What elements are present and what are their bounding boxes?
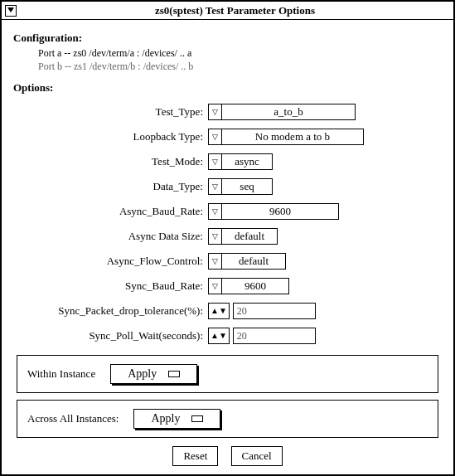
loopback-type-label: Loopback Type:	[13, 130, 208, 143]
data-type-value: seq	[222, 179, 272, 194]
sync-drop-value[interactable]: 20	[233, 303, 316, 319]
spinner-buttons[interactable]: ▲▼	[208, 303, 230, 319]
dropdown-arrow-icon: ▽	[209, 104, 222, 119]
options-heading: Options:	[13, 81, 442, 95]
test-mode-label: Test_Mode:	[13, 155, 208, 168]
sync-baud-label: Sync_Baud_Rate:	[13, 279, 208, 293]
across-apply-button[interactable]: Apply	[133, 409, 220, 429]
within-instance-panel: Within Instance Apply	[17, 355, 438, 393]
loopback-type-dropdown[interactable]: ▽ No modem a to b	[208, 129, 364, 145]
reset-button[interactable]: Reset	[172, 446, 218, 466]
config-port-b: Port b -- zs1 /dev/term/b : /devices/ ..…	[38, 60, 442, 73]
sync-poll-label: Sync_Poll_Wait(seconds):	[13, 329, 208, 342]
cancel-button[interactable]: Cancel	[231, 446, 283, 466]
configuration-lines: Port a -- zs0 /dev/term/a : /devices/ ..…	[38, 46, 442, 73]
dropdown-arrow-icon: ▽	[209, 154, 222, 169]
menu-mark-icon	[191, 415, 203, 422]
async-flow-value: default	[222, 254, 285, 269]
data-type-label: Data_Type:	[13, 180, 208, 193]
sync-poll-value[interactable]: 20	[233, 328, 316, 344]
spinner-buttons[interactable]: ▲▼	[208, 328, 230, 344]
async-flow-label: Async_Flow_Control:	[13, 255, 208, 268]
content-area: Configuration: Port a -- zs0 /dev/term/a…	[2, 20, 453, 473]
dropdown-arrow-icon: ▽	[209, 254, 222, 269]
test-type-value: a_to_b	[222, 104, 355, 119]
sync-drop-label: Sync_Packet_drop_tolerance(%):	[13, 304, 208, 318]
configuration-heading: Configuration:	[13, 32, 442, 45]
dropdown-arrow-icon: ▽	[209, 204, 222, 219]
test-mode-value: async	[222, 154, 272, 169]
window-title: zs0(sptest) Test Parameter Options	[17, 4, 453, 17]
menu-mark-icon	[168, 371, 180, 377]
sync-poll-field[interactable]: ▲▼ 20	[208, 328, 316, 344]
dropdown-arrow-icon: ▽	[209, 229, 222, 244]
test-type-label: Test_Type:	[13, 105, 208, 119]
async-data-size-value: default	[222, 229, 277, 244]
across-instances-panel: Across All Instances: Apply	[17, 400, 438, 438]
dropdown-arrow-icon: ▽	[209, 179, 222, 194]
async-baud-label: Async_Baud_Rate:	[13, 205, 208, 218]
apply-button-label: Apply	[128, 367, 157, 381]
dropdown-arrow-icon: ▽	[209, 279, 222, 294]
async-baud-value: 9600	[222, 204, 338, 219]
svg-marker-0	[7, 7, 14, 12]
sync-baud-value: 9600	[222, 279, 288, 294]
apply-button-label: Apply	[151, 412, 180, 425]
window-menu-button[interactable]	[5, 5, 17, 17]
bottom-button-row: Reset Cancel	[13, 446, 442, 466]
dropdown-arrow-icon: ▽	[209, 129, 222, 144]
sync-baud-dropdown[interactable]: ▽ 9600	[208, 278, 289, 294]
async-data-size-dropdown[interactable]: ▽ default	[208, 228, 278, 245]
data-type-dropdown[interactable]: ▽ seq	[208, 178, 273, 195]
options-area: Test_Type: ▽ a_to_b Loopback Type: ▽ No …	[13, 100, 442, 348]
async-baud-dropdown[interactable]: ▽ 9600	[208, 203, 339, 220]
across-instances-label: Across All Instances:	[27, 412, 119, 425]
async-flow-dropdown[interactable]: ▽ default	[208, 253, 286, 270]
within-apply-button[interactable]: Apply	[110, 364, 197, 384]
loopback-type-value: No modem a to b	[222, 129, 363, 144]
test-type-dropdown[interactable]: ▽ a_to_b	[208, 104, 356, 120]
test-mode-dropdown[interactable]: ▽ async	[208, 153, 273, 170]
sync-drop-field[interactable]: ▲▼ 20	[208, 303, 316, 319]
config-port-a: Port a -- zs0 /dev/term/a : /devices/ ..…	[38, 46, 442, 60]
async-data-size-label: Async Data Size:	[13, 230, 208, 243]
titlebar: zs0(sptest) Test Parameter Options	[2, 2, 453, 20]
within-instance-label: Within Instance	[27, 367, 95, 381]
dialog-window: zs0(sptest) Test Parameter Options Confi…	[0, 0, 455, 476]
